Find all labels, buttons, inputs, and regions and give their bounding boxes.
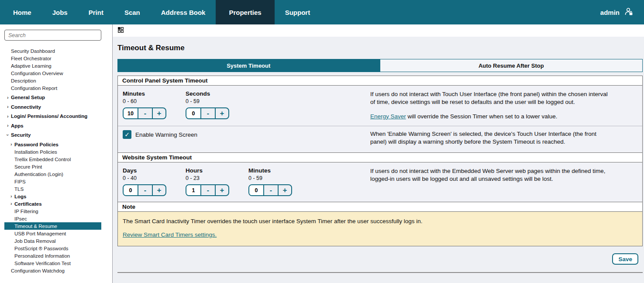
sidebar-item-label: Logs xyxy=(14,194,26,199)
days-range: 0 - 40 xyxy=(123,175,186,181)
hours-stepper: - + xyxy=(186,184,229,196)
nav-menu: Home Jobs Print Scan Address Book Proper… xyxy=(0,0,600,24)
sidebar-item-connectivity[interactable]: Connectivity xyxy=(4,103,101,110)
sidebar-item-password-policies[interactable]: Password Policies xyxy=(4,141,101,148)
dashboard-grid-icon[interactable] xyxy=(118,27,124,35)
sidebar-item-secure-print[interactable]: Secure Print xyxy=(4,163,101,170)
user-menu[interactable]: admin xyxy=(600,0,644,24)
chevron-down-icon xyxy=(7,132,9,138)
nav-item-address-book[interactable]: Address Book xyxy=(151,0,216,24)
website-timeout-description: If users do not interact with the Embedd… xyxy=(370,167,608,196)
sidebar-item-usb-port-management[interactable]: USB Port Management xyxy=(4,230,101,237)
nav-item-home[interactable]: Home xyxy=(3,0,42,24)
seconds-increment-button[interactable]: + xyxy=(215,108,228,118)
control-panel-timeout-heading: Control Panel System Timeout xyxy=(118,76,642,86)
sidebar-item-certificates[interactable]: Certificates xyxy=(4,200,101,207)
sidebar-item-label: Trellix Embedded Control xyxy=(14,157,71,162)
hours-decrement-button[interactable]: - xyxy=(201,185,215,195)
sidebar-item-fips[interactable]: FIPS xyxy=(4,178,101,185)
warning-screen-row: ✓ Enable Warning Screen When 'Enable War… xyxy=(118,126,642,152)
sidebar-item-ip-filtering[interactable]: IP Filtering xyxy=(4,207,101,215)
sidebar-item-adaptive-learning[interactable]: Adaptive Learning xyxy=(4,62,101,69)
sidebar-item-job-data-removal[interactable]: Job Data Removal xyxy=(4,237,101,245)
sidebar-item-security-dashboard[interactable]: Security Dashboard xyxy=(4,47,101,55)
sidebar-item-personalized-information[interactable]: Personalized Information xyxy=(4,252,101,259)
sidebar-item-apps[interactable]: Apps xyxy=(4,122,101,129)
page-title: Timeout & Resume xyxy=(117,44,643,52)
sidebar-nav: Security Dashboard Fleet Orchestrator Ad… xyxy=(4,47,101,274)
sidebar-item-logs[interactable]: Logs xyxy=(4,193,101,200)
days-input[interactable] xyxy=(124,185,138,195)
sidebar-item-tls[interactable]: TLS xyxy=(4,185,101,193)
sidebar-item-authentication-login[interactable]: Authentication (Login) xyxy=(4,170,101,178)
energy-saver-text: will override the Session Timer when set… xyxy=(406,113,558,120)
user-lock-icon xyxy=(624,7,634,18)
main-content: Timeout & Resume System Timeout Auto Res… xyxy=(113,24,644,283)
sidebar-item-security[interactable]: Security xyxy=(4,131,101,139)
enable-warning-screen-checkbox[interactable]: ✓ xyxy=(123,130,131,139)
seconds-label: Seconds xyxy=(186,90,248,97)
sidebar-item-label: Adaptive Learning xyxy=(11,63,52,69)
sidebar-item-label: PostScript ® Passwords xyxy=(14,246,69,251)
sidebar-item-description[interactable]: Description xyxy=(4,77,101,84)
seconds-range: 0 - 59 xyxy=(186,98,248,104)
note-heading: Note xyxy=(118,202,642,212)
sidebar-item-label: Password Policies xyxy=(14,142,59,147)
minutes-decrement-button[interactable]: - xyxy=(138,108,152,118)
sidebar-item-label: Secure Print xyxy=(14,164,42,169)
sidebar-item-login-permissions-accounting[interactable]: Login/ Permissions/ Accounting xyxy=(4,113,101,120)
sidebar-item-label: Configuration Overview xyxy=(11,71,63,76)
sidebar-item-software-verification-test[interactable]: Software Verification Test xyxy=(4,259,101,267)
chevron-right-icon xyxy=(7,104,9,110)
sidebar-item-configuration-watchdog[interactable]: Configuration Watchdog xyxy=(4,267,101,274)
smart-card-timers-link[interactable]: Review Smart Card Timers settings. xyxy=(123,231,217,238)
sidebar-item-configuration-report[interactable]: Configuration Report xyxy=(4,84,101,92)
sidebar-item-fleet-orchestrator[interactable]: Fleet Orchestrator xyxy=(4,55,101,62)
sidebar-item-trellix-embedded-control[interactable]: Trellix Embedded Control xyxy=(4,155,101,163)
web-minutes-label: Minutes xyxy=(248,167,311,174)
sidebar-item-label: Personalized Information xyxy=(14,253,70,259)
sidebar-item-ipsec[interactable]: IPsec xyxy=(4,215,101,222)
sidebar-item-label: Login/ Permissions/ Accounting xyxy=(11,114,87,119)
website-timeout-heading: Website System Timeout xyxy=(118,152,642,162)
web-minutes-input[interactable] xyxy=(249,185,264,195)
seconds-decrement-button[interactable]: - xyxy=(201,108,215,118)
nav-item-label: Home xyxy=(13,9,31,16)
nav-item-support[interactable]: Support xyxy=(275,0,321,24)
web-minutes-increment-button[interactable]: + xyxy=(278,185,291,195)
minutes-increment-button[interactable]: + xyxy=(152,108,165,118)
website-timeout-row: Days 0 - 40 - + Hours 0 - 23 xyxy=(118,162,642,202)
search-input[interactable] xyxy=(4,30,101,41)
chevron-right-icon xyxy=(10,200,12,207)
days-increment-button[interactable]: + xyxy=(152,185,165,195)
sidebar-item-general-setup[interactable]: General Setup xyxy=(4,94,101,101)
web-minutes-range: 0 - 59 xyxy=(248,175,311,181)
hours-input[interactable] xyxy=(186,185,201,195)
seconds-input[interactable] xyxy=(186,108,201,118)
energy-saver-link[interactable]: Energy Saver xyxy=(370,113,406,120)
save-button[interactable]: Save xyxy=(612,253,638,265)
sidebar-item-configuration-overview[interactable]: Configuration Overview xyxy=(4,69,101,77)
tab-auto-resume-after-stop[interactable]: Auto Resume After Stop xyxy=(380,59,643,72)
seconds-stepper: - + xyxy=(186,107,229,119)
days-decrement-button[interactable]: - xyxy=(138,185,152,195)
nav-item-scan[interactable]: Scan xyxy=(114,0,151,24)
nav-item-properties[interactable]: Properties xyxy=(216,0,274,24)
chevron-right-icon xyxy=(10,141,12,147)
top-navigation-bar: Home Jobs Print Scan Address Book Proper… xyxy=(0,0,644,24)
sidebar-item-postscript-passwords[interactable]: PostScript ® Passwords xyxy=(4,245,101,252)
chevron-right-icon xyxy=(7,122,9,128)
nav-item-print[interactable]: Print xyxy=(78,0,114,24)
tab-system-timeout[interactable]: System Timeout xyxy=(117,59,380,72)
sidebar-item-label: Certificates xyxy=(14,201,42,207)
hours-increment-button[interactable]: + xyxy=(215,185,228,195)
minutes-input[interactable] xyxy=(124,108,138,118)
web-minutes-decrement-button[interactable]: - xyxy=(264,185,278,195)
nav-item-jobs[interactable]: Jobs xyxy=(42,0,78,24)
sidebar-item-label: TLS xyxy=(14,186,24,192)
nav-item-label: Properties xyxy=(229,9,261,16)
tab-bar: System Timeout Auto Resume After Stop xyxy=(117,59,643,72)
sidebar-item-installation-policies[interactable]: Installation Policies xyxy=(4,148,101,155)
sidebar-item-timeout-resume[interactable]: Timeout & Resume xyxy=(4,222,101,230)
sidebar-item-label: FIPS xyxy=(14,179,26,184)
